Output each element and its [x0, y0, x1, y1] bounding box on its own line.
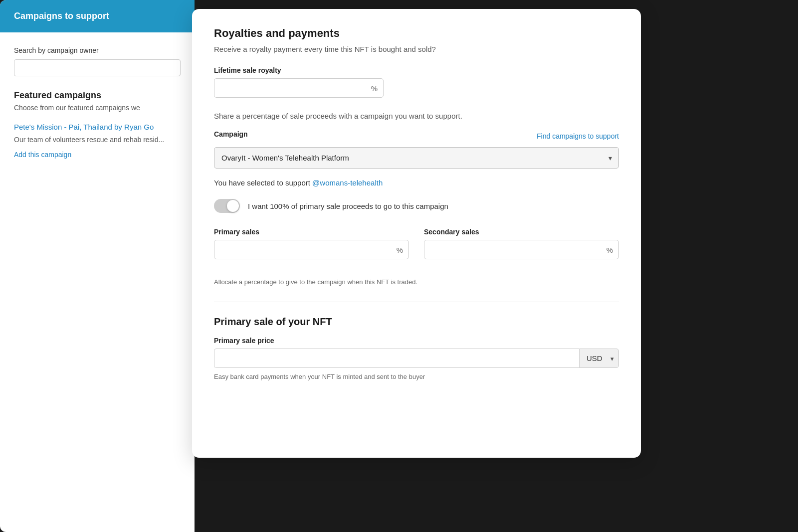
primary-sale-title: Primary sale of your NFT	[214, 316, 619, 328]
campaign-select-wrapper: OvaryIt - Women's Telehealth PlatformPet…	[214, 147, 619, 169]
easy-payment-desc: Easy bank card payments when your NFT is…	[214, 373, 619, 380]
campaign-row: Campaign Find campaigns to support	[214, 130, 619, 142]
main-panel: Royalties and payments Receive a royalty…	[192, 9, 641, 458]
secondary-sales-field: %	[424, 240, 619, 259]
royalties-subtitle: Receive a royalty payment every time thi…	[214, 45, 619, 53]
featured-heading: Featured campaigns	[14, 90, 181, 101]
selected-handle: @womans-telehealth	[312, 178, 383, 187]
primary-sales-input[interactable]	[214, 240, 409, 259]
primary-sale-section: Primary sale of your NFT Primary sale pr…	[214, 316, 619, 380]
secondary-sales-group: Secondary sales %	[424, 228, 619, 273]
primary-sales-label: Primary sales	[214, 228, 409, 236]
campaigns-sidebar: Campaigns to support Search by campaign …	[0, 0, 195, 532]
secondary-sales-label: Secondary sales	[424, 228, 619, 236]
selected-support-text: You have selected to support @womans-tel…	[214, 178, 619, 187]
currency-select-wrapper: USDETHSOL ▾	[579, 349, 619, 368]
toggle-label: I want 100% of primary sale proceeds to …	[248, 202, 448, 210]
primary-sales-group: Primary sales %	[214, 228, 409, 273]
share-desc: Share a percentage of sale proceeds with…	[214, 112, 619, 120]
price-row: USDETHSOL ▾	[214, 349, 619, 368]
campaign-desc: Our team of volunteers rescue and rehab …	[14, 135, 181, 145]
toggle-knob	[227, 200, 239, 212]
primary-price-label: Primary sale price	[214, 337, 619, 345]
sales-row: Primary sales % Secondary sales %	[214, 228, 619, 273]
campaign-title-link[interactable]: Pete's Mission - Pai, Thailand by Ryan G…	[14, 123, 154, 131]
price-input[interactable]	[214, 349, 579, 368]
campaign-label: Campaign	[214, 130, 248, 138]
featured-desc: Choose from our featured campaigns we	[14, 104, 181, 112]
sidebar-header: Campaigns to support	[0, 0, 195, 32]
primary-sales-field: %	[214, 240, 409, 259]
secondary-sales-input[interactable]	[424, 240, 619, 259]
search-input[interactable]	[14, 59, 181, 76]
search-label: Search by campaign owner	[14, 46, 181, 54]
campaign-select[interactable]: OvaryIt - Women's Telehealth PlatformPet…	[214, 147, 619, 169]
sidebar-header-title: Campaigns to support	[14, 11, 109, 21]
primary-sale-toggle[interactable]	[214, 199, 240, 213]
currency-select[interactable]: USDETHSOL	[579, 349, 619, 368]
section-divider	[214, 302, 619, 302]
campaign-support-section: Share a percentage of sale proceeds with…	[214, 112, 619, 286]
add-campaign-link[interactable]: Add this campaign	[14, 151, 71, 159]
allocate-desc: Allocate a percentage to give to the cam…	[214, 278, 619, 286]
lifetime-royalty-field: %	[214, 78, 384, 98]
lifetime-label: Lifetime sale royalty	[214, 66, 619, 74]
lifetime-royalty-input[interactable]	[214, 78, 384, 98]
find-campaigns-link[interactable]: Find campaigns to support	[537, 132, 619, 140]
royalties-title: Royalties and payments	[214, 27, 619, 40]
toggle-row: I want 100% of primary sale proceeds to …	[214, 199, 619, 213]
royalties-section: Royalties and payments Receive a royalty…	[214, 27, 619, 112]
